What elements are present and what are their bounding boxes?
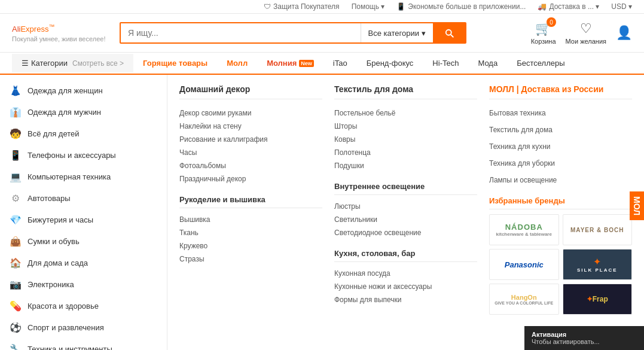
logo-tagline: Покупай умнее, живи веселее! xyxy=(12,35,108,42)
textiles-title: Текстиль для дома xyxy=(334,84,477,99)
brand-lights[interactable]: Лампы и освещение xyxy=(489,174,632,187)
sidebar-item-auto[interactable]: ⚙ Автотовары xyxy=(0,187,167,209)
tab-bestsellers[interactable]: Бестселлеры xyxy=(507,53,574,74)
dd-subsection-lighting: Внутреннее освещение Люстры Светильники … xyxy=(334,182,477,239)
sidebar-item-women[interactable]: 👗 Одежда для женщин xyxy=(0,80,167,101)
dd-link-pillows[interactable]: Подушки xyxy=(334,159,477,172)
sidebar-item-men[interactable]: 👔 Одежда для мужчин xyxy=(0,101,167,123)
dd-col-home-decor: Домашний декор Декор своими руками Накле… xyxy=(179,84,322,350)
dd-link-led[interactable]: Светодиодное освещение xyxy=(334,226,477,239)
dd-col-textiles: Текстиль для дома Постельное бельё Шторы… xyxy=(334,84,477,350)
phone-icon: 📱 xyxy=(10,149,22,161)
dd-subsection-needlework: Рукоделие и вышивка Вышивка Ткань Кружев… xyxy=(179,195,322,266)
dd-link-towels[interactable]: Полотенца xyxy=(334,146,477,159)
help-menu[interactable]: Помощь ▾ xyxy=(352,2,385,11)
profile-button[interactable]: 👤 xyxy=(616,25,632,41)
dd-link-holiday[interactable]: Праздничный декор xyxy=(179,172,322,185)
sidebar-item-beauty[interactable]: 💊 Красота и здоровье xyxy=(0,295,167,316)
cart-button[interactable]: 🛒 0 Корзина xyxy=(531,21,556,45)
dd-subsection-kitchen: Кухня, столовая, бар Кухонная посуда Кух… xyxy=(334,249,477,306)
tab-fashion[interactable]: Мода xyxy=(468,53,507,74)
dd-link-bedding[interactable]: Постельное бельё xyxy=(334,106,477,120)
brand-frap[interactable]: ✦Frap xyxy=(563,284,633,315)
dd-link-wall-stickers[interactable]: Наклейки на стену xyxy=(179,120,322,133)
brand-cleaning[interactable]: Техника для уборки xyxy=(489,157,632,170)
brand-hangon[interactable]: HangOn GIVE YOU A COLORFUL LIFE xyxy=(489,284,559,315)
search-input[interactable] xyxy=(121,23,361,42)
dd-link-baking[interactable]: Формы для выпечки xyxy=(334,293,477,306)
header-actions: 🛒 0 Корзина ♡ Мои желания 👤 xyxy=(531,21,632,45)
tab-hitech[interactable]: Hi-Tech xyxy=(423,53,468,74)
search-area: Все категории ▾ xyxy=(120,22,466,44)
sidebar-item-electronics[interactable]: 📷 Электроника xyxy=(0,273,167,295)
mol-banner[interactable]: МОЛ xyxy=(630,191,644,220)
dd-link-diy[interactable]: Декор своими руками xyxy=(179,106,322,120)
silk-star-icon: ✦ xyxy=(593,256,601,267)
logo[interactable]: AliExpress™ Покупай умнее, живи веселее! xyxy=(12,23,108,42)
heart-icon: ♡ xyxy=(580,21,592,36)
computer-icon: 💻 xyxy=(10,171,22,182)
brands-list: Бытовая техника Текстиль для дома Техник… xyxy=(489,106,632,187)
dd-link-rugs[interactable]: Ковры xyxy=(334,133,477,146)
featured-brands-title: Избранные бренды xyxy=(489,196,632,209)
dd-link-drawing[interactable]: Рисование и каллиграфия xyxy=(179,133,322,146)
truck-icon: 🚚 xyxy=(538,2,547,11)
cart-icon-wrap: 🛒 0 xyxy=(535,21,551,36)
sidebar-item-kids[interactable]: 🧒 Всё для детей xyxy=(0,123,167,144)
main-container: 👗 Одежда для женщин 👔 Одежда для мужчин … xyxy=(0,75,644,350)
tab-flash[interactable]: Молния New xyxy=(257,53,323,74)
dd-link-fabric[interactable]: Ткань xyxy=(179,226,322,239)
brand-textiles[interactable]: Текстиль для дома xyxy=(489,123,632,136)
sidebar-item-home[interactable]: 🏠 Для дома и сада xyxy=(0,252,167,273)
dd-link-lamps[interactable]: Светильники xyxy=(334,213,477,226)
brand-silk-place[interactable]: ✦ SILK PLACE xyxy=(563,249,633,280)
sidebar-item-tools[interactable]: 🔧 Техника и инструменты xyxy=(0,338,167,350)
sidebar-item-computers[interactable]: 💻 Компьютерная техника xyxy=(0,166,167,187)
brand-panasonic[interactable]: Panasonic xyxy=(489,249,559,280)
dd-link-lace[interactable]: Кружево xyxy=(179,239,322,252)
dd-link-rhinestones[interactable]: Стразы xyxy=(179,252,322,266)
sidebar-item-jewelry[interactable]: 💎 Бижутерия и часы xyxy=(0,209,167,230)
sports-icon: ⚽ xyxy=(10,321,22,333)
tab-mall[interactable]: Молл xyxy=(217,53,257,74)
beauty-icon: 💊 xyxy=(10,300,22,312)
dd-link-cookware[interactable]: Кухонная посуда xyxy=(334,267,477,280)
delivery-region[interactable]: 🚚 Доставка в ... ▾ xyxy=(538,2,599,11)
tab-hot-deals[interactable]: Горящие товары xyxy=(133,53,217,74)
search-button[interactable] xyxy=(433,23,465,42)
wishlist-button[interactable]: ♡ Мои желания xyxy=(566,21,606,45)
nav-tabs: Горящие товары Молл Молния New iTao Брен… xyxy=(133,53,574,74)
header: AliExpress™ Покупай умнее, живи веселее!… xyxy=(0,14,644,53)
sidebar-item-sports[interactable]: ⚽ Спорт и развлечения xyxy=(0,316,167,338)
dd-link-chandeliers[interactable]: Люстры xyxy=(334,200,477,213)
activation-bar: Активация Чтобы активировать... xyxy=(524,326,644,350)
buyer-protection[interactable]: 🛡 Защита Покупателя xyxy=(264,2,340,11)
frap-star-icon: ✦ xyxy=(587,295,593,303)
sidebar-item-phones[interactable]: 📱 Телефоны и аксессуары xyxy=(0,144,167,166)
men-icon: 👔 xyxy=(10,106,22,118)
dd-link-albums[interactable]: Фотоальбомы xyxy=(179,159,322,172)
brand-kitchen-tech[interactable]: Техника для кухни xyxy=(489,140,632,153)
category-dropdown[interactable]: Все категории ▾ xyxy=(361,23,433,42)
dd-link-embroidery[interactable]: Вышивка xyxy=(179,213,322,226)
sidebar-item-bags[interactable]: 👜 Сумки и обувь xyxy=(0,230,167,252)
brand-nadoba[interactable]: NÁDOBA kitchenware & tableware xyxy=(489,214,559,245)
brand-mayer-boch[interactable]: MAYER & BOCH xyxy=(563,214,633,245)
tab-itao[interactable]: iTao xyxy=(323,53,357,74)
auto-icon: ⚙ xyxy=(10,192,22,204)
new-badge: New xyxy=(299,60,314,67)
home-icon: 🏠 xyxy=(10,257,22,269)
view-all-label[interactable]: Смотреть все > xyxy=(72,59,124,68)
categories-button[interactable]: ☰ Категории Смотреть все > xyxy=(12,54,133,72)
tab-brand-focus[interactable]: Бренд-фокус xyxy=(357,53,423,74)
currency-selector[interactable]: USD ▾ xyxy=(611,2,632,11)
kids-icon: 🧒 xyxy=(10,127,22,139)
top-bar: 🛡 Защита Покупателя Помощь ▾ 📱 Экономьте… xyxy=(0,0,644,14)
dd-link-knives[interactable]: Кухонные ножи и аксессуары xyxy=(334,280,477,293)
brand-appliances[interactable]: Бытовая техника xyxy=(489,106,632,120)
dd-link-clocks[interactable]: Часы xyxy=(179,146,322,159)
jewelry-icon: 💎 xyxy=(10,214,22,226)
dd-link-curtains[interactable]: Шторы xyxy=(334,120,477,133)
kitchen-title: Кухня, столовая, бар xyxy=(334,249,477,262)
brands-grid: NÁDOBA kitchenware & tableware MAYER & B… xyxy=(489,214,632,315)
